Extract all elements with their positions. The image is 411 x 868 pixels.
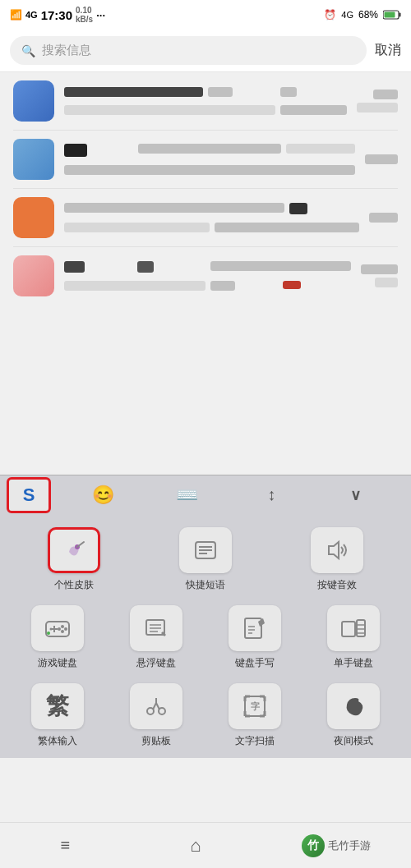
app-info-2 (64, 144, 355, 175)
app-list-area (0, 72, 411, 475)
phrase-icon-box (179, 527, 232, 573)
one-hand-icon-box (327, 605, 380, 651)
moon-icon (339, 691, 368, 721)
option-sound[interactable]: 按键音效 (296, 527, 378, 592)
cursor-icon: ↕ (267, 485, 275, 504)
app-info-1 (64, 87, 347, 115)
battery-icon (383, 10, 401, 20)
app-extra-2 (365, 154, 398, 164)
option-phrase[interactable]: 快捷短语 (164, 527, 247, 592)
svg-rect-1 (399, 13, 401, 17)
keyboard-icon: ⌨️ (176, 485, 198, 506)
scissors-icon (141, 691, 171, 721)
sound-icon (322, 535, 352, 565)
watermark-text: 毛竹手游 (328, 838, 371, 853)
one-hand-icon (339, 613, 368, 643)
search-input-wrapper[interactable]: 🔍 搜索信息 (10, 36, 367, 65)
speed-label: 0.10kB/s (76, 6, 93, 24)
float-keyboard-icon (141, 613, 171, 643)
watermark: 竹 毛竹手游 (302, 834, 371, 857)
status-right-icons: ⏰ 4G 68% (324, 9, 401, 21)
app-extra-1 (357, 90, 398, 113)
skin-label: 个性皮肤 (54, 578, 94, 592)
svg-rect-19 (146, 620, 164, 635)
option-clipboard[interactable]: 剪贴板 (115, 683, 197, 748)
search-placeholder: 搜索信息 (42, 43, 91, 58)
option-handwrite[interactable]: 键盘手写 (214, 605, 296, 670)
bottom-nav: ≡ ⌂ 竹 毛竹手游 (0, 822, 411, 868)
option-night[interactable]: 夜间模式 (312, 683, 395, 748)
watermark-icon: 竹 (302, 834, 325, 857)
options-row-2: 游戏键盘 悬浮键盘 (0, 602, 411, 680)
phrase-label: 快捷短语 (186, 578, 225, 592)
options-row-1: 个性皮肤 快捷短语 按键音效 (0, 524, 411, 602)
menu-icon: ≡ (60, 836, 70, 855)
emoji-icon: 😊 (92, 485, 114, 506)
app-row-2 (0, 131, 411, 188)
app-info-3 (64, 203, 359, 232)
alarm-icon: ⏰ (324, 9, 336, 21)
option-trad-input[interactable]: 繁 繁体输入 (16, 683, 99, 748)
keyboard-options: 个性皮肤 快捷短语 按键音效 (0, 514, 411, 758)
app-info-4 (64, 261, 351, 291)
more-dots: ··· (96, 9, 105, 21)
app-icon-1 (13, 80, 54, 122)
battery-pct: 68% (358, 9, 378, 21)
home-icon: ⌂ (190, 835, 201, 857)
keyboard-button[interactable]: ⌨️ (171, 479, 204, 512)
handwrite-icon-box (229, 605, 281, 651)
search-icon: 🔍 (21, 44, 35, 57)
status-signal: 📶 4G 17:30 0.10kB/s ··· (10, 6, 105, 24)
svg-marker-9 (329, 542, 339, 558)
float-kb-icon-box (130, 605, 182, 651)
cancel-button[interactable]: 取消 (375, 42, 401, 59)
option-float-kb[interactable]: 悬浮键盘 (115, 605, 197, 670)
svg-rect-2 (385, 12, 395, 18)
app-row-1 (0, 72, 411, 130)
ocr-label: 文字扫描 (235, 734, 275, 748)
logo-text: S (23, 485, 35, 506)
option-skin[interactable]: 个性皮肤 (33, 527, 115, 592)
svg-text:字: 字 (251, 701, 260, 711)
emoji-button[interactable]: 😊 (86, 479, 119, 512)
app-icon-4 (13, 255, 54, 296)
app-icon-2 (13, 139, 54, 180)
skin-icon-box (48, 527, 100, 573)
options-row-3: 繁 繁体输入 剪贴板 (0, 680, 411, 758)
app-extra-3 (369, 213, 398, 223)
paint-icon (59, 535, 89, 565)
svg-point-14 (61, 625, 64, 628)
signal-4g-right: 4G (341, 10, 353, 20)
handwrite-label: 键盘手写 (235, 656, 275, 670)
game-kb-icon-box (31, 605, 84, 651)
sound-label: 按键音效 (317, 578, 357, 592)
svg-line-35 (156, 703, 159, 710)
cursor-button[interactable]: ↕ (255, 479, 288, 512)
app-row-4 (0, 247, 411, 305)
one-hand-label: 单手键盘 (334, 656, 373, 670)
toolbar-icons: 😊 ⌨️ ↕ ∨ (54, 479, 404, 512)
game-keyboard-icon (43, 613, 72, 643)
nav-home[interactable]: ⌂ (171, 829, 220, 862)
trad-char: 繁 (46, 691, 69, 722)
sound-icon-box (311, 527, 363, 573)
keyboard-toolbar: S 😊 ⌨️ ↕ ∨ (0, 475, 411, 514)
trad-label: 繁体输入 (38, 734, 77, 748)
handwrite-icon (240, 613, 270, 643)
svg-point-15 (64, 627, 67, 631)
nav-menu[interactable]: ≡ (40, 829, 90, 862)
svg-point-16 (61, 630, 64, 633)
status-time: 17:30 (41, 8, 72, 22)
clipboard-label: 剪贴板 (141, 734, 171, 748)
signal-4g: 4G (25, 10, 38, 20)
expand-button[interactable]: ∨ (339, 479, 372, 512)
option-ocr[interactable]: 字 文字扫描 (214, 683, 296, 748)
phrase-icon (191, 535, 220, 565)
signal-icon: 📶 (10, 9, 22, 21)
keyboard-logo: S (7, 477, 51, 513)
night-icon-box (327, 683, 380, 729)
trad-icon-box: 繁 (31, 683, 84, 729)
option-game-kb[interactable]: 游戏键盘 (16, 605, 99, 670)
option-one-hand[interactable]: 单手键盘 (312, 605, 395, 670)
svg-rect-27 (342, 622, 355, 636)
